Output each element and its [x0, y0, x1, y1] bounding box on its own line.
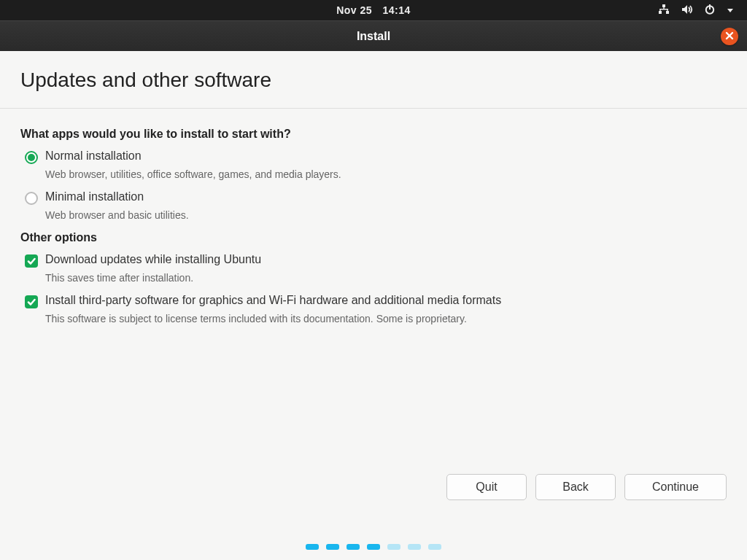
window-close-button[interactable] — [721, 28, 738, 45]
back-button[interactable]: Back — [535, 474, 616, 500]
radio-minimal-label: Minimal installation — [45, 190, 144, 203]
chevron-down-icon[interactable] — [727, 4, 734, 16]
svg-rect-0 — [662, 4, 665, 7]
system-indicators[interactable] — [658, 4, 734, 17]
system-topbar: Nov 25 14:14 — [0, 0, 747, 20]
checkbox-download-updates-label: Download updates while installing Ubuntu — [45, 253, 261, 266]
checkbox-third-party[interactable]: Install third-party software for graphic… — [20, 294, 727, 308]
window-titlebar: Install — [0, 20, 747, 51]
radio-normal-desc: Web browser, utilities, office software,… — [45, 168, 702, 180]
install-type-question: What apps would you like to install to s… — [20, 128, 727, 141]
progress-dot — [367, 544, 380, 550]
svg-rect-4 — [659, 9, 667, 9]
checkbox-icon — [25, 254, 38, 268]
radio-normal-install[interactable]: Normal installation — [20, 149, 727, 164]
radio-icon — [25, 192, 38, 205]
checkbox-download-updates[interactable]: Download updates while installing Ubuntu — [20, 253, 727, 268]
radio-icon — [25, 151, 38, 164]
network-icon[interactable] — [658, 4, 670, 17]
window-title: Install — [357, 30, 390, 43]
svg-rect-1 — [659, 11, 662, 14]
radio-normal-label: Normal installation — [45, 149, 142, 163]
progress-dot — [428, 544, 441, 550]
other-options-heading: Other options — [20, 231, 727, 244]
continue-button[interactable]: Continue — [624, 474, 727, 500]
progress-dot — [387, 544, 400, 550]
page-title: Updates and other software — [20, 69, 727, 108]
radio-minimal-install[interactable]: Minimal installation — [20, 190, 727, 205]
checkbox-download-updates-desc: This saves time after installation. — [45, 272, 702, 284]
progress-dot — [306, 544, 319, 550]
clock[interactable]: Nov 25 14:14 — [336, 4, 411, 16]
wizard-progress — [0, 544, 747, 550]
svg-rect-8 — [709, 4, 711, 9]
quit-button[interactable]: Quit — [446, 474, 527, 500]
progress-dot — [347, 544, 360, 550]
svg-rect-6 — [667, 9, 667, 11]
svg-rect-2 — [666, 11, 669, 14]
progress-dot — [326, 544, 339, 550]
checkbox-icon — [25, 295, 38, 308]
wizard-button-row: Quit Back Continue — [446, 474, 727, 500]
progress-dot — [408, 544, 421, 550]
radio-minimal-desc: Web browser and basic utilities. — [45, 209, 702, 221]
svg-rect-5 — [659, 9, 660, 11]
installer-content: Updates and other software What apps wou… — [0, 51, 747, 324]
close-icon — [725, 30, 734, 43]
volume-icon[interactable] — [681, 4, 693, 17]
clock-time: 14:14 — [383, 4, 411, 16]
clock-date: Nov 25 — [336, 4, 372, 16]
title-separator — [0, 108, 747, 109]
power-icon[interactable] — [705, 4, 715, 17]
checkbox-third-party-desc: This software is subject to license term… — [45, 313, 702, 324]
checkbox-third-party-label: Install third-party software for graphic… — [45, 294, 501, 307]
